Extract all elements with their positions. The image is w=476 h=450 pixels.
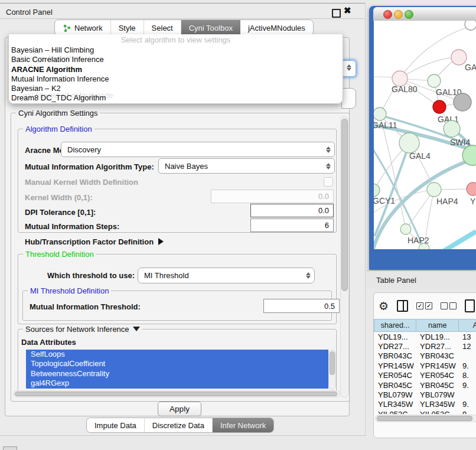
network-node-hap4[interactable] [427,182,441,197]
tab-jactivemnodules-label: jActiveMNodules [248,24,305,32]
dpi-tolerance-field[interactable]: 0.0 [250,204,334,217]
network-combo-edge[interactable] [341,88,356,109]
attributes-vertical-scrollbar[interactable] [328,350,336,390]
apply-button[interactable]: Apply [158,402,201,416]
data-attributes-list[interactable]: SelfLoopsTopologicalCoefficientBetweenne… [26,350,328,389]
settings-vertical-scrollbar[interactable] [340,116,349,397]
float-window-icon[interactable] [332,9,341,18]
column-header-a[interactable]: A [459,319,476,332]
network-window-titlebar[interactable] [373,7,476,21]
table-row[interactable]: YBR045CYBR045C9. [374,380,476,390]
algorithm-option-mutual-information-inference[interactable]: Mutual Information Inference [9,74,343,84]
table-cell: 9. [458,361,476,370]
control-panel-window: Control Panel ✖ NetworkStyleSelectCyni T… [0,3,366,436]
table-horizontal-scrollbar[interactable] [375,415,476,422]
table-cell [458,390,476,399]
network-node[interactable] [465,21,476,30]
algorithm-option-basic-correlation-inference[interactable]: Basic Correlation Inference [9,55,343,64]
mi-algorithm-type-label: Mutual Information Algorithm Type: [25,162,154,171]
window-bottom-edge [0,435,366,436]
network-node-gcy1[interactable] [374,184,380,197]
tab-select[interactable]: Select [144,20,181,35]
table-cell: YER054C [416,371,458,380]
tab-network[interactable]: Network [55,20,111,35]
export-table-icon[interactable] [465,299,475,312]
table-hscrollbar-thumb[interactable] [377,416,472,421]
tab-style[interactable]: Style [111,20,144,35]
network-node-gal4[interactable] [399,133,419,153]
network-node[interactable] [454,93,471,111]
mi-algorithm-type-combo[interactable]: Naive Bayes [158,158,335,174]
mi-threshold-definition-title: MI Threshold Definition [28,286,111,295]
manual-kernel-width-label: Manual Kernel Width Definition [25,178,138,187]
table-row[interactable]: YER054CYER054C8. [374,371,476,380]
tab-infer-network[interactable]: Infer Network [213,418,273,432]
attribute-item-topologicalcoefficient[interactable]: TopologicalCoefficient [26,359,328,369]
close-traffic-light-icon[interactable] [383,10,392,19]
network-edge[interactable] [436,231,476,249]
zoom-traffic-light-icon[interactable] [405,10,413,19]
network-edge[interactable] [400,57,459,79]
attribute-item-selfloops[interactable]: SelfLoops [26,350,328,359]
table-row[interactable]: YLR345WYLR345W9. [374,400,476,409]
algorithm-dropdown-popup: Inference Algorithm gal-filtered sif def… [8,34,343,104]
minimize-traffic-light-icon[interactable] [394,10,403,19]
dpi-tolerance-value: 0.0 [318,206,329,215]
table-header-row: shared...nameA [374,319,476,332]
table-panel-body: ⚙ ✓✓ shared...nameA YDL19...YDL19...13YD… [373,292,476,438]
mi-threshold-field[interactable]: 0.5 [263,299,340,313]
hub-definition-expander[interactable]: Hub/Transcription Factor Definition [25,237,164,246]
network-node-y[interactable] [467,182,476,195]
tab-discretize-data[interactable]: Discretize Data [145,418,213,432]
manual-kernel-width-checkbox[interactable] [324,177,333,187]
network-node-swi4[interactable] [444,120,460,137]
threshold-definition-title: Threshold Definition [23,250,96,259]
kernel-width-field[interactable]: 0.0 [211,190,334,203]
algorithm-option-dream8-dc-tdc-algorithm[interactable]: Dream8 DC_TDC Algorithm [9,93,343,103]
attributes-scrollbar-thumb[interactable] [330,351,335,375]
network-node-hap2[interactable] [400,224,411,234]
table-row[interactable]: YBL079WYBL079W [374,390,476,399]
tab-jactivemnodules[interactable]: jActiveMNodules [240,20,313,35]
column-header-shared[interactable]: shared... [374,319,416,332]
algorithm-option-bayesian-hill-climbing[interactable]: Bayesian – Hill Climbing [9,45,343,55]
attribute-item-betweennesscentrality[interactable]: BetweennessCentrality [26,369,328,379]
mi-threshold-value: 0.5 [324,302,335,311]
table-cell: 9. [458,400,476,409]
titlebar-divider [0,18,365,19]
table-row[interactable]: YDL19...YDL19...13 [374,332,476,341]
table-row[interactable]: YDR27...YDR27...12 [374,341,476,351]
column-header-name[interactable]: name [416,319,459,332]
settings-scrollbar-thumb[interactable] [341,119,348,291]
table-toolbar: ⚙ ✓✓ [379,298,476,314]
table-row[interactable]: YBR043CYBR043C [374,351,476,361]
control-panel-title: Control Panel [6,8,53,17]
mi-threshold-label: Mutual Information Threshold: [30,302,141,311]
select-all-columns-icon[interactable]: ✓✓ [416,302,432,309]
partial-button[interactable] [3,446,17,450]
network-node-gal10[interactable] [428,74,441,87]
deselect-all-columns-icon[interactable] [441,302,457,309]
algorithm-option-aracne-algorithm[interactable]: ARACNE Algorithm [9,65,343,74]
gear-icon[interactable]: ⚙ [379,301,389,312]
aracne-mode-combo[interactable]: Discovery [61,142,335,157]
settings-hscrollbar-thumb[interactable] [15,392,337,396]
inference-algorithm-combo-edge[interactable] [341,60,356,77]
table-row[interactable]: YIL053CYIL053C9 [374,409,476,414]
network-node-gal11[interactable] [374,107,386,120]
tab-cyni-toolbox[interactable]: Cyni Toolbox [181,20,240,35]
settings-horizontal-scrollbar[interactable] [13,390,340,397]
network-node-gal1[interactable] [433,100,446,113]
which-threshold-combo[interactable]: MI Threshold [138,268,315,283]
mi-steps-field[interactable]: 6 [250,219,334,232]
table-row[interactable]: YPR145WYPR145W9. [374,361,476,370]
sources-group-title[interactable]: Sources for Network Inference [23,325,142,334]
node-label-gal80: GAL80 [392,84,418,94]
columns-icon[interactable] [397,300,408,312]
close-window-icon[interactable]: ✖ [344,5,351,16]
network-canvas[interactable]: GALGAL80GAL10GAL1GAL11SWI4GAL4GCY1HAP4YH… [374,21,476,249]
algorithm-option-bayesian-k2[interactable]: Bayesian – K2 [9,84,343,93]
attribute-item-gal4rgexp[interactable]: gal4RGexp [26,379,328,388]
tab-impute-data[interactable]: Impute Data [87,418,145,432]
node-table: shared...nameA YDL19...YDL19...13YDR27..… [374,319,476,414]
